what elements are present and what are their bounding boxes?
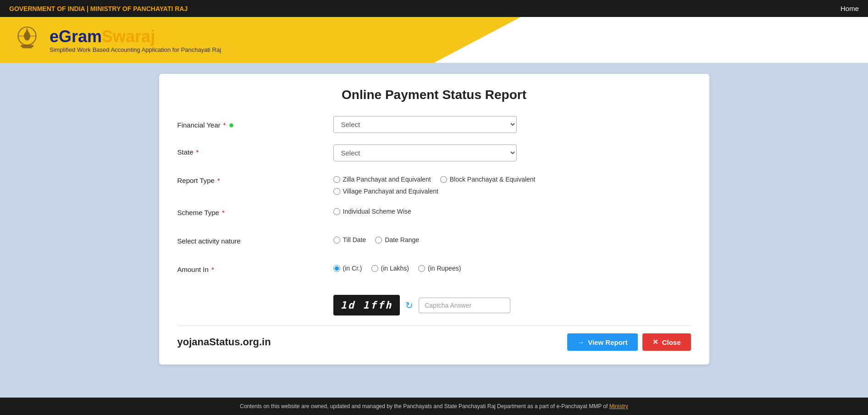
amount-in-rupees[interactable]: (in Rupees): [418, 265, 461, 272]
state-required: *: [196, 148, 199, 156]
report-type-required: *: [217, 177, 220, 184]
captcha-image: 1d 1ffh: [333, 295, 400, 315]
app-name-part2: Swaraj: [102, 27, 155, 46]
financial-year-control: Select 2024-25 2023-24 2022-23: [333, 116, 691, 133]
scheme-type-required: *: [222, 209, 225, 216]
footer-divider: [177, 326, 691, 326]
svg-marker-3: [25, 28, 29, 33]
captcha-refresh-icon[interactable]: ↻: [405, 300, 413, 311]
captcha-input[interactable]: [419, 298, 510, 313]
activity-date-range-radio[interactable]: [375, 237, 382, 243]
activity-till-date-label: Till Date: [343, 236, 366, 243]
action-buttons: → View Report ✕ Close: [567, 333, 691, 351]
state-row: State * Select Andhra Pradesh Bihar Guja…: [177, 144, 691, 163]
report-type-village-radio[interactable]: [333, 188, 340, 195]
financial-year-label: Financial Year * ●: [177, 116, 333, 130]
report-type-radio-group: Zilla Panchayat and Equivalent Block Pan…: [333, 173, 691, 195]
captcha-row: 1d 1ffh ↻: [177, 290, 691, 315]
amount-in-cr-label: (in Cr.): [343, 265, 362, 272]
view-report-label: View Report: [588, 338, 627, 346]
activity-date-range[interactable]: Date Range: [375, 236, 419, 243]
scheme-type-control: Individual Scheme Wise: [333, 205, 691, 215]
page-footer: Contents on this website are owned, upda…: [0, 398, 868, 415]
gov-title: GOVERNMENT OF INDIA | MINISTRY OF PANCHA…: [9, 5, 188, 12]
amount-in-lakhs-label: (in Lakhs): [381, 265, 409, 272]
home-link[interactable]: Home: [840, 5, 859, 12]
report-type-zilla-radio[interactable]: [333, 176, 340, 183]
scheme-type-label: Scheme Type *: [177, 205, 333, 216]
page-title: Online Payment Status Report: [177, 88, 691, 102]
watermark-text: yojanaStatus.org.in: [177, 336, 271, 348]
captcha-label-placeholder: [177, 290, 333, 294]
activity-till-date-radio[interactable]: [333, 237, 340, 243]
ministry-text: MINISTRY OF PANCHAYATI RAJ: [90, 5, 188, 12]
scheme-type-row: Scheme Type * Individual Scheme Wise: [177, 205, 691, 223]
scheme-type-label-text: Scheme Type: [177, 209, 219, 216]
header-text: eGramSwaraj Simplified Work Based Accoun…: [50, 27, 221, 53]
captcha-control: 1d 1ffh ↻: [333, 290, 691, 315]
financial-year-label-text: Financial Year: [177, 121, 221, 129]
amount-in-radio-group: (in Cr.) (in Lakhs) (in Rupees): [333, 262, 691, 272]
report-type-block[interactable]: Block Panchayat & Equivalent: [440, 176, 536, 183]
amount-in-control: (in Cr.) (in Lakhs) (in Rupees): [333, 262, 691, 272]
scheme-type-individual-label: Individual Scheme Wise: [343, 208, 411, 215]
app-name-part1: eGram: [50, 27, 102, 46]
amount-in-cr[interactable]: (in Cr.): [333, 265, 362, 272]
arrow-right-icon: →: [577, 338, 584, 346]
report-type-label: Report Type *: [177, 173, 333, 184]
state-select[interactable]: Select Andhra Pradesh Bihar Gujarat Maha…: [333, 144, 517, 161]
report-type-block-radio[interactable]: [440, 176, 447, 183]
report-type-label-text: Report Type: [177, 177, 215, 184]
captcha-area: 1d 1ffh ↻: [333, 295, 691, 315]
activity-till-date[interactable]: Till Date: [333, 236, 366, 243]
activity-nature-row: Select activity nature Till Date Date Ra…: [177, 233, 691, 252]
financial-year-row: Financial Year * ● Select 2024-25 2023-2…: [177, 116, 691, 134]
close-x-icon: ✕: [652, 338, 658, 346]
view-report-button[interactable]: → View Report: [567, 333, 637, 351]
amount-in-label: Amount In *: [177, 262, 333, 273]
state-label-text: State: [177, 148, 194, 156]
report-type-block-label: Block Panchayat & Equivalent: [450, 176, 536, 183]
tagline: Simplified Work Based Accounting Applica…: [50, 46, 221, 53]
report-type-row: Report Type * Zilla Panchayat and Equiva…: [177, 173, 691, 195]
svg-rect-4: [21, 45, 33, 47]
report-type-zilla[interactable]: Zilla Panchayat and Equivalent: [333, 176, 431, 183]
state-control: Select Andhra Pradesh Bihar Gujarat Maha…: [333, 144, 691, 161]
scheme-type-individual[interactable]: Individual Scheme Wise: [333, 208, 411, 215]
amount-in-row: Amount In * (in Cr.) (in Lakhs) (in Rup: [177, 262, 691, 280]
report-type-village-label: Village Panchayat and Equivalent: [343, 188, 438, 195]
amount-in-rupees-radio[interactable]: [418, 265, 425, 272]
amount-in-label-text: Amount In: [177, 266, 209, 273]
ministry-link[interactable]: Ministry: [609, 403, 628, 409]
svg-rect-5: [22, 47, 32, 48]
amount-in-required: *: [211, 266, 214, 273]
activity-nature-radio-group: Till Date Date Range: [333, 233, 691, 243]
main-content: Online Payment Status Report Financial Y…: [0, 63, 868, 376]
close-label: Close: [662, 338, 681, 346]
amount-in-lakhs[interactable]: (in Lakhs): [371, 265, 409, 272]
report-type-village[interactable]: Village Panchayat and Equivalent: [333, 188, 691, 195]
scheme-type-radio-group: Individual Scheme Wise: [333, 205, 691, 215]
amount-in-rupees-label: (in Rupees): [428, 265, 461, 272]
form-card: Online Payment Status Report Financial Y…: [159, 74, 709, 365]
app-header: eGramSwaraj Simplified Work Based Accoun…: [0, 17, 868, 63]
emblem-icon: [11, 24, 43, 56]
close-button[interactable]: ✕ Close: [642, 333, 691, 351]
report-type-control: Zilla Panchayat and Equivalent Block Pan…: [333, 173, 691, 195]
activity-date-range-label: Date Range: [385, 236, 419, 243]
form-footer: yojanaStatus.org.in → View Report ✕ Clos…: [177, 333, 691, 351]
financial-year-dot: ●: [229, 120, 234, 130]
activity-nature-control: Till Date Date Range: [333, 233, 691, 243]
amount-in-lakhs-radio[interactable]: [371, 265, 378, 272]
activity-nature-label: Select activity nature: [177, 233, 333, 245]
amount-in-cr-radio[interactable]: [333, 265, 340, 272]
top-bar: GOVERNMENT OF INDIA | MINISTRY OF PANCHA…: [0, 0, 868, 17]
activity-nature-label-text: Select activity nature: [177, 237, 241, 245]
financial-year-required: *: [223, 121, 226, 129]
report-type-zilla-label: Zilla Panchayat and Equivalent: [343, 176, 431, 183]
financial-year-select[interactable]: Select 2024-25 2023-24 2022-23: [333, 116, 517, 133]
state-label: State *: [177, 144, 333, 156]
gov-title-text: GOVERNMENT OF INDIA |: [9, 5, 90, 12]
app-name: eGramSwaraj: [50, 27, 221, 46]
scheme-type-individual-radio[interactable]: [333, 208, 340, 215]
